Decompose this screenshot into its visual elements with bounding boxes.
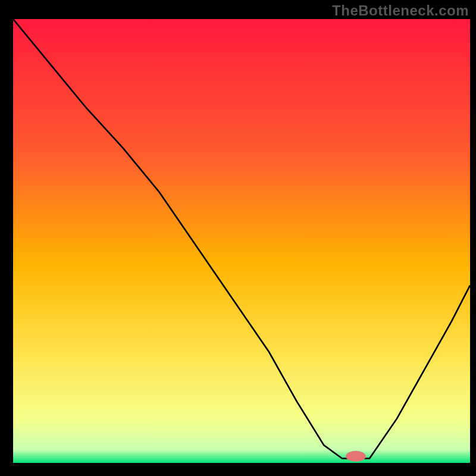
chart-frame: TheBottleneck.com bbox=[0, 0, 476, 476]
plot-area bbox=[13, 19, 470, 463]
watermark-text: TheBottleneck.com bbox=[332, 2, 469, 19]
heat-rect bbox=[13, 19, 470, 463]
chart-svg bbox=[13, 19, 470, 463]
optimal-point-marker bbox=[346, 451, 366, 462]
